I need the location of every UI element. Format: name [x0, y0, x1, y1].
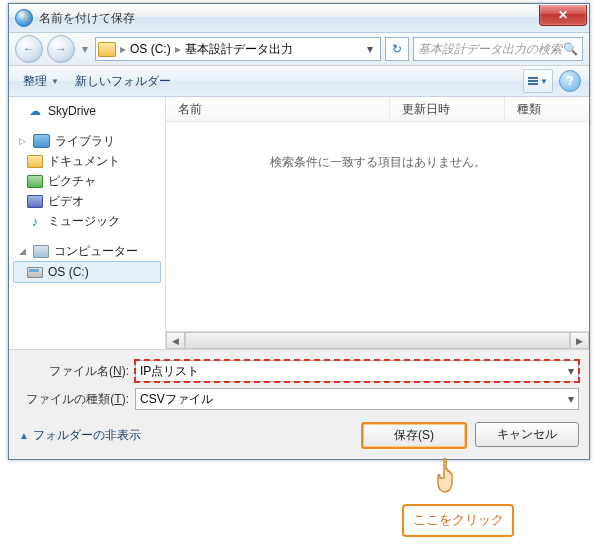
close-icon: ✕: [558, 8, 568, 22]
scroll-left-icon[interactable]: ◀: [166, 332, 185, 349]
column-type[interactable]: 種類: [505, 97, 589, 121]
cancel-button[interactable]: キャンセル: [475, 422, 579, 447]
scroll-right-icon[interactable]: ▶: [570, 332, 589, 349]
library-icon: [33, 134, 50, 148]
tree-item-libraries[interactable]: ▷ ライブラリ: [9, 131, 165, 151]
filetype-select[interactable]: CSVファイル ▾: [135, 388, 579, 410]
tree-item-videos[interactable]: ビデオ: [9, 191, 165, 211]
videos-icon: [27, 195, 43, 208]
filename-label: ファイル名(N):: [19, 363, 129, 380]
callout-label: ここをクリック: [402, 504, 514, 537]
bottom-panel: ファイル名(N): IP点リスト ▾ ファイルの種類(T): CSVファイル ▾…: [9, 349, 589, 459]
body: ☁ SkyDrive ▷ ライブラリ ドキュメント ピクチャ ビデオ ♪: [9, 97, 589, 349]
cloud-icon: ☁: [27, 103, 43, 119]
save-as-dialog: 名前を付けて保存 ✕ ← → ▾ ▸ OS (C:) ▸ 基本設計データ出力 ▾…: [8, 3, 590, 460]
close-button[interactable]: ✕: [539, 5, 587, 26]
search-icon: 🔍: [563, 42, 578, 56]
refresh-button[interactable]: ↻: [385, 37, 409, 61]
tree-item-computer[interactable]: ◢ コンピューター: [9, 241, 165, 261]
chevron-down-icon[interactable]: ▾: [568, 364, 574, 378]
arrow-left-icon: ←: [23, 42, 35, 56]
tree-item-music[interactable]: ♪ ミュージック: [9, 211, 165, 231]
computer-icon: [33, 245, 49, 258]
filetype-label: ファイルの種類(T):: [19, 391, 129, 408]
column-headers: 名前 更新日時 種類: [166, 97, 589, 122]
address-drive[interactable]: OS (C:): [130, 42, 171, 56]
app-icon: [15, 9, 33, 27]
view-button[interactable]: ▼: [523, 69, 553, 93]
hand-cursor-icon: [432, 456, 466, 500]
tree-item-drive-c[interactable]: OS (C:): [13, 261, 161, 283]
history-dropdown[interactable]: ▾: [79, 38, 91, 60]
drive-icon: [27, 267, 43, 278]
hide-folders-button[interactable]: ▲ フォルダーの非表示: [19, 427, 141, 444]
address-dropdown[interactable]: ▾: [362, 42, 378, 56]
back-button[interactable]: ←: [15, 35, 43, 63]
titlebar: 名前を付けて保存 ✕: [9, 4, 589, 33]
list-view-icon: [528, 77, 538, 85]
forward-button[interactable]: →: [47, 35, 75, 63]
pictures-icon: [27, 175, 43, 188]
address-bar[interactable]: ▸ OS (C:) ▸ 基本設計データ出力 ▾: [95, 37, 381, 61]
organize-button[interactable]: 整理 ▼: [17, 71, 65, 92]
help-icon: ?: [566, 74, 573, 88]
collapse-icon[interactable]: ◢: [19, 246, 28, 256]
folder-icon: [98, 42, 116, 57]
help-button[interactable]: ?: [559, 70, 581, 92]
search-placeholder: 基本設計データ出力の検索: [418, 41, 562, 58]
scroll-thumb[interactable]: [185, 332, 570, 349]
chevron-down-icon: ▼: [540, 77, 548, 86]
expand-icon[interactable]: ▷: [19, 136, 28, 146]
save-button[interactable]: 保存(S): [361, 422, 467, 449]
tree-item-pictures[interactable]: ピクチャ: [9, 171, 165, 191]
chevron-right-icon: ▸: [175, 42, 181, 56]
toolbar: 整理 ▼ 新しいフォルダー ▼ ?: [9, 66, 589, 97]
new-folder-button[interactable]: 新しいフォルダー: [69, 71, 177, 92]
chevron-down-icon: ▼: [51, 77, 59, 86]
column-modified[interactable]: 更新日時: [390, 97, 505, 121]
navigation-tree: ☁ SkyDrive ▷ ライブラリ ドキュメント ピクチャ ビデオ ♪: [9, 97, 166, 349]
music-icon: ♪: [27, 213, 43, 229]
tree-item-documents[interactable]: ドキュメント: [9, 151, 165, 171]
documents-icon: [27, 155, 43, 168]
search-input[interactable]: 基本設計データ出力の検索 🔍: [413, 37, 583, 61]
chevron-up-icon: ▲: [19, 430, 29, 441]
filename-input[interactable]: IP点リスト ▾: [135, 360, 579, 382]
window-title: 名前を付けて保存: [39, 10, 135, 27]
pointer-annotation: [0, 460, 600, 504]
address-folder[interactable]: 基本設計データ出力: [185, 41, 293, 58]
arrow-right-icon: →: [55, 42, 67, 56]
navigation-bar: ← → ▾ ▸ OS (C:) ▸ 基本設計データ出力 ▾ ↻ 基本設計データ出…: [9, 33, 589, 66]
refresh-icon: ↻: [392, 42, 402, 56]
empty-message: 検索条件に一致する項目はありません。: [166, 154, 589, 171]
horizontal-scrollbar[interactable]: ◀ ▶: [166, 331, 589, 349]
column-name[interactable]: 名前: [166, 97, 390, 121]
tree-item-skydrive[interactable]: ☁ SkyDrive: [9, 101, 165, 121]
chevron-down-icon[interactable]: ▾: [568, 392, 574, 406]
file-pane: 名前 更新日時 種類 検索条件に一致する項目はありません。 ◀ ▶: [166, 97, 589, 349]
chevron-right-icon: ▸: [120, 42, 126, 56]
